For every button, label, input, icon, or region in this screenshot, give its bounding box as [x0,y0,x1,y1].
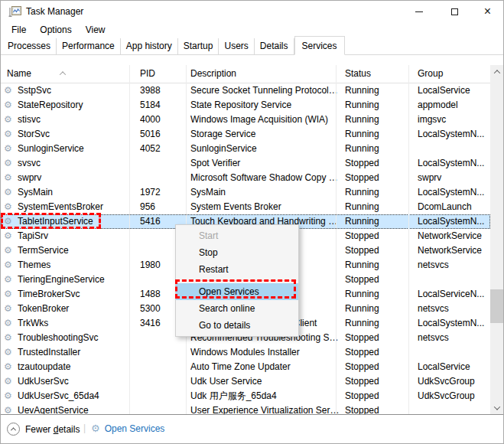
column-header-pid[interactable]: PID [140,68,155,79]
cell-status: Running [345,185,406,200]
service-gear-icon: ⚙ [4,185,12,200]
service-gear-icon: ⚙ [4,127,12,142]
cell-status: Stopped [345,345,406,360]
cell-name: TieringEngineService [18,273,126,287]
cell-status: Running [345,214,406,229]
cell-group: netsvcs [418,331,490,345]
cell-status: Stopped [345,243,406,258]
service-row-swprv[interactable]: ⚙swprvMicrosoft Software Shadow Copy Pr.… [1,171,490,185]
vertical-scrollbar[interactable] [490,65,503,414]
context-menu-item-go-to-details[interactable]: Go to details [176,317,298,334]
service-gear-icon: ⚙ [4,258,12,273]
cell-description: Auto Time Zone Updater [190,360,340,374]
cell-group: DcomLaunch [418,200,490,214]
cell-status: Running [345,287,406,302]
column-divider [408,65,409,415]
cell-status: Running [345,113,406,127]
cell-status: Stopped [345,403,406,415]
task-manager-app-icon [8,5,21,18]
column-header-group[interactable]: Group [418,68,443,79]
service-gear-icon: ⚙ [4,316,12,331]
footer-bar: Fewer details | ⚙ Open Services [1,415,503,443]
column-divider [129,65,130,415]
service-gear-icon: ⚙ [4,156,12,171]
context-menu-item-open-services[interactable]: Open Services [176,283,298,300]
tab-app-history[interactable]: App history [121,38,178,54]
column-header-status[interactable]: Status [345,68,371,79]
cell-description: Secure Socket Tunneling Protocol Se... [190,83,340,98]
cell-group: UdkSvcGroup [418,374,490,389]
service-row-svsvc[interactable]: ⚙svsvcSpot VerifierStoppedLocalSystemN..… [1,156,490,171]
cell-pid: 3988 [140,83,183,98]
menubar-item-view[interactable]: View [82,24,109,35]
title-bar: Task Manager × [1,1,503,22]
service-row-tzautoupdate[interactable]: ⚙tzautoupdateAuto Time Zone UpdaterStopp… [1,360,490,374]
tab-bar: ProcessesPerformanceApp historyStartupUs… [1,36,503,55]
cell-group: NetworkService [418,243,490,258]
service-row-staterepository[interactable]: ⚙StateRepository5184State Repository Ser… [1,98,490,113]
cell-name: SstpSvc [18,83,126,98]
cell-name: SunloginService [18,142,126,156]
tab-performance[interactable]: Performance [57,38,121,54]
service-row-udkusersvc_65da4[interactable]: ⚙UdkUserSvc_65da4Udk 用户服务_65da4StoppedUd… [1,389,490,403]
tab-startup[interactable]: Startup [178,38,219,54]
context-menu-item-search-online[interactable]: Search online [176,300,298,317]
menubar-item-file[interactable]: File [8,24,30,35]
menu-bar: FileOptionsView [1,22,503,37]
context-menu-item-stop[interactable]: Stop [176,244,298,261]
cell-name: TabletInputService [18,214,126,229]
cell-name: TapiSrv [18,229,126,243]
service-row-systemeventsbroker[interactable]: ⚙SystemEventsBroker956System Events Brok… [1,200,490,214]
column-header-name[interactable]: Name [7,68,31,79]
column-header-description[interactable]: Description [190,68,236,79]
chevron-down-icon [493,403,499,410]
service-row-trustedinstaller[interactable]: ⚙TrustedInstallerWindows Modules Install… [1,345,490,360]
service-gear-icon: ⚙ [4,403,12,415]
footer-divider: | [83,423,86,433]
cell-name: UdkUserSvc [18,374,126,389]
cell-status: Running [345,127,406,142]
scrollbar-thumb[interactable] [490,289,503,323]
cell-name: StorSvc [18,127,126,142]
cell-status: Stopped [345,156,406,171]
cell-description: Windows Image Acquisition (WIA) [190,113,340,127]
service-gear-icon: ⚙ [4,360,12,374]
context-menu-item-restart[interactable]: Restart [176,261,298,278]
scroll-down-button[interactable] [490,401,503,414]
tab-services[interactable]: Services [294,36,345,55]
service-row-storsvc[interactable]: ⚙StorSvc5016Storage ServiceRunningLocalS… [1,127,490,142]
cell-status: Running [345,316,406,331]
cell-description: Microsoft Software Shadow Copy Pr... [190,171,340,185]
tab-details[interactable]: Details [255,38,294,54]
open-services-link[interactable]: ⚙ Open Services [91,423,164,434]
service-row-udkusersvc[interactable]: ⚙UdkUserSvcUdk User ServiceStoppedUdkSvc… [1,374,490,389]
column-divider [336,65,337,415]
cell-description: Spot Verifier [190,156,340,171]
service-row-sstpsvc[interactable]: ⚙SstpSvc3988Secure Socket Tunneling Prot… [1,83,490,98]
cell-status: Running [345,302,406,316]
cell-status: Stopped [345,374,406,389]
cell-status: Running [345,142,406,156]
service-row-sysmain[interactable]: ⚙SysMain1972SysMainRunningLocalSystemN..… [1,185,490,200]
service-row-stisvc[interactable]: ⚙stisvc4000Windows Image Acquisition (WI… [1,113,490,127]
close-button[interactable]: × [472,1,503,22]
cell-name: TrkWks [18,316,126,331]
fewer-details-button[interactable]: Fewer details [7,423,80,436]
tab-users[interactable]: Users [219,38,254,54]
cell-description: Storage Service [190,127,340,142]
service-row-uevagentservice[interactable]: ⚙UevAgentServiceUser Experience Virtuali… [1,403,490,415]
service-gear-icon: ⚙ [4,200,12,214]
scroll-up-button[interactable] [490,65,503,78]
maximize-button[interactable] [437,1,472,22]
menubar-item-options[interactable]: Options [36,24,75,35]
service-gear-icon: ⚙ [4,214,12,229]
service-gear-icon: ⚙ [4,83,12,98]
cell-group: NetworkService [418,229,490,243]
cell-name: SystemEventsBroker [18,200,126,214]
cell-description: User Experience Virtualization Service [190,403,340,415]
service-row-sunloginservice[interactable]: ⚙SunloginService4052SunloginServiceRunni… [1,142,490,156]
service-gear-icon: ⚙ [4,98,12,113]
cell-group: LocalSystemN... [418,127,490,142]
minimize-button[interactable] [402,1,437,22]
tab-processes[interactable]: Processes [2,38,57,54]
